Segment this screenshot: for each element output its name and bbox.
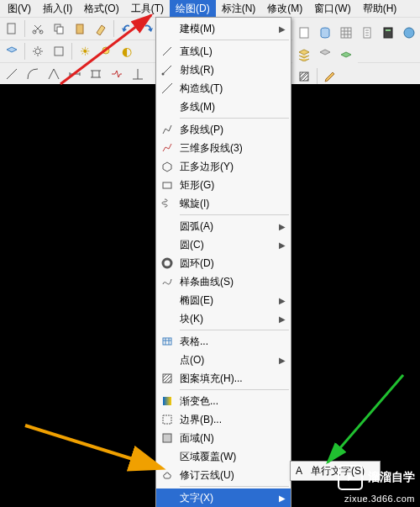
mi-label: 点(O) bbox=[178, 353, 279, 367]
mi-text[interactable]: 文字(X)▶ bbox=[156, 489, 291, 507]
mi-label: 边界(B)... bbox=[178, 413, 279, 427]
submenu-arrow-icon: ▶ bbox=[279, 240, 291, 250]
mi-region[interactable]: 面域(N) bbox=[156, 429, 291, 447]
svg-rect-24 bbox=[163, 415, 171, 424]
tb-arc-icon[interactable] bbox=[23, 64, 43, 84]
menu-window[interactable]: 窗口(W) bbox=[308, 0, 356, 18]
mi-modeling[interactable]: 建模(M)▶ bbox=[156, 19, 291, 38]
mi-label: 圆环(D) bbox=[178, 256, 279, 271]
mi-revcloud[interactable]: 修订云线(U) bbox=[156, 466, 291, 484]
tb-new-icon[interactable] bbox=[2, 18, 22, 39]
donut-icon bbox=[156, 257, 178, 269]
mi-donut[interactable]: 圆环(D) bbox=[156, 254, 291, 272]
helix-icon bbox=[156, 198, 178, 209]
mi-rectangle[interactable]: 矩形(G) bbox=[156, 176, 291, 194]
menu-draw[interactable]: 绘图(D) bbox=[170, 0, 216, 18]
mi-mline[interactable]: 多线(M) bbox=[156, 98, 291, 116]
svg-rect-19 bbox=[163, 182, 171, 188]
svg-rect-5 bbox=[76, 24, 83, 34]
menu-separator bbox=[180, 330, 289, 330]
mi-wipeout[interactable]: 区域覆盖(W) bbox=[156, 447, 291, 466]
mi-helix[interactable]: 螺旋(I) bbox=[156, 194, 291, 213]
ray-icon bbox=[156, 64, 178, 76]
tb-world-icon[interactable] bbox=[399, 23, 419, 43]
tb-layers-icon[interactable] bbox=[294, 45, 314, 65]
menu-format[interactable]: 格式(O) bbox=[78, 0, 124, 18]
mi-label: 文字(X) bbox=[178, 491, 279, 505]
mi-spline[interactable]: 样条曲线(S) bbox=[156, 272, 291, 291]
mi-hatch[interactable]: 图案填充(H)... bbox=[156, 369, 291, 388]
spline-icon bbox=[156, 276, 178, 288]
mi-circle[interactable]: 圆(C)▶ bbox=[156, 235, 291, 254]
tb-copy-icon[interactable] bbox=[49, 18, 69, 39]
submenu-arrow-icon: ▶ bbox=[279, 494, 291, 503]
mi-pline[interactable]: 多段线(P) bbox=[156, 120, 291, 139]
mi-gradient[interactable]: 渐变色... bbox=[156, 392, 291, 410]
tb-layeroff-icon[interactable] bbox=[315, 45, 335, 65]
tb-cut-icon[interactable] bbox=[28, 18, 48, 39]
tb-dim-icon[interactable] bbox=[65, 64, 85, 84]
tb-prop-icon[interactable] bbox=[49, 41, 69, 61]
menu-help[interactable]: 帮助(H) bbox=[357, 0, 403, 18]
menu-view[interactable]: 图(V) bbox=[2, 0, 37, 18]
tb-sheet-icon[interactable] bbox=[294, 23, 314, 43]
mi-label: 面域(N) bbox=[178, 431, 279, 446]
mi-label: 三维多段线(3) bbox=[178, 141, 279, 156]
tb-light-icon[interactable]: ◐ bbox=[117, 41, 137, 61]
mi-label: 螺旋(I) bbox=[178, 197, 279, 211]
mi-label: 修订云线(U) bbox=[178, 468, 279, 483]
tb-grid-icon[interactable] bbox=[336, 23, 356, 43]
gradient-icon bbox=[156, 395, 178, 407]
menu-modify[interactable]: 修改(M) bbox=[261, 0, 308, 18]
mi-label: 块(K) bbox=[178, 312, 279, 326]
mi-ray[interactable]: 射线(R) bbox=[156, 61, 291, 79]
tb-paste-icon[interactable] bbox=[70, 18, 90, 39]
mi-line[interactable]: 直线(L) bbox=[156, 42, 291, 61]
mi-3dpoly[interactable]: 三维多段线(3) bbox=[156, 139, 291, 157]
tb-doc-icon[interactable] bbox=[357, 23, 377, 43]
mi-polygon[interactable]: 正多边形(Y) bbox=[156, 157, 291, 176]
tb-gear-icon[interactable] bbox=[28, 41, 48, 61]
tb-bulb-icon[interactable] bbox=[96, 41, 116, 61]
menu-separator bbox=[180, 118, 289, 119]
tb-ord-icon[interactable] bbox=[128, 64, 148, 84]
menu-insert[interactable]: 插入(I) bbox=[37, 0, 78, 18]
tb-layeriso-icon[interactable] bbox=[336, 45, 356, 65]
tb-angle-icon[interactable] bbox=[44, 64, 64, 84]
svg-point-9 bbox=[102, 47, 109, 54]
tb-layer-icon[interactable] bbox=[2, 41, 22, 61]
tb-match-icon[interactable] bbox=[91, 18, 111, 39]
table-icon bbox=[156, 335, 178, 347]
tb-db-icon[interactable] bbox=[315, 23, 335, 43]
mi-table[interactable]: 表格... bbox=[156, 332, 291, 351]
menu-dim[interactable]: 标注(N) bbox=[216, 0, 262, 18]
svg-rect-10 bbox=[300, 28, 308, 38]
app-root: 图(V) 插入(I) 格式(O) 工具(T) 绘图(D) 标注(N) 修改(M)… bbox=[0, 0, 420, 507]
mi-label: 椭圆(E) bbox=[178, 293, 279, 308]
tb-break-icon[interactable] bbox=[107, 64, 127, 84]
polygon-icon bbox=[156, 161, 178, 172]
tb-sun-icon[interactable]: ☀ bbox=[75, 41, 95, 61]
submenu-arrow-icon: ▶ bbox=[279, 24, 291, 34]
menu-separator bbox=[180, 486, 289, 487]
mi-block[interactable]: 块(K)▶ bbox=[156, 309, 291, 328]
menubar: 图(V) 插入(I) 格式(O) 工具(T) 绘图(D) 标注(N) 修改(M)… bbox=[0, 0, 420, 17]
mi-label: 样条曲线(S) bbox=[178, 275, 279, 289]
mi-arc[interactable]: 圆弧(A)▶ bbox=[156, 217, 291, 235]
watermark-brand: 溜溜自学 bbox=[368, 470, 415, 485]
tb-line-icon[interactable] bbox=[2, 64, 22, 84]
mi-label: 多线(M) bbox=[178, 100, 279, 114]
tb-undo-icon[interactable] bbox=[117, 18, 137, 39]
mi-point[interactable]: 点(O)▶ bbox=[156, 351, 291, 369]
toolbar-right-2 bbox=[292, 44, 358, 66]
mi-boundary[interactable]: 边界(B)... bbox=[156, 410, 291, 429]
mi-ellipse[interactable]: 椭圆(E)▶ bbox=[156, 291, 291, 309]
boundary-icon bbox=[156, 414, 178, 425]
submenu-arrow-icon: ▶ bbox=[279, 314, 291, 324]
tb-dim2-icon[interactable] bbox=[86, 64, 106, 84]
mi-xline[interactable]: 构造线(T) bbox=[156, 79, 291, 98]
menu-tools[interactable]: 工具(T) bbox=[125, 0, 170, 18]
separator bbox=[24, 20, 25, 37]
separator bbox=[24, 43, 25, 60]
tb-calc-icon[interactable] bbox=[378, 23, 398, 43]
